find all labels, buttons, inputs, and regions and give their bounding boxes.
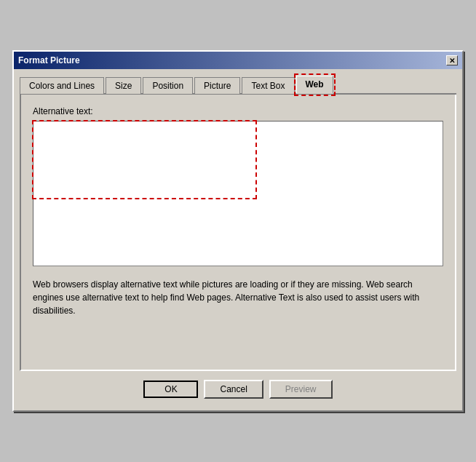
tab-picture[interactable]: Picture (194, 77, 240, 94)
tab-web[interactable]: Web (296, 76, 333, 94)
alt-text-container (33, 121, 443, 266)
web-tab-panel: Alternative text: Web browsers display a… (20, 95, 456, 371)
preview-button[interactable]: Preview (269, 380, 333, 399)
title-bar: Format Picture ✕ (14, 52, 462, 69)
tab-strip: Colors and Lines Size Position Picture T… (20, 75, 456, 95)
format-picture-dialog: Format Picture ✕ Colors and Lines Size P… (12, 50, 464, 412)
tab-text-box[interactable]: Text Box (242, 77, 294, 94)
tab-position[interactable]: Position (143, 77, 193, 94)
alt-text-label: Alternative text: (33, 106, 443, 116)
dialog-title: Format Picture (18, 55, 80, 65)
tab-size[interactable]: Size (106, 77, 141, 94)
close-button[interactable]: ✕ (446, 55, 458, 65)
ok-button[interactable]: OK (143, 381, 198, 398)
dialog-content: Colors and Lines Size Position Picture T… (14, 69, 462, 410)
cancel-button[interactable]: Cancel (204, 380, 263, 399)
alt-text-input[interactable] (33, 122, 443, 266)
tab-colors-lines[interactable]: Colors and Lines (20, 77, 104, 94)
button-row: OK Cancel Preview (20, 371, 456, 405)
description-text: Web browsers display alternative text wh… (33, 278, 443, 317)
